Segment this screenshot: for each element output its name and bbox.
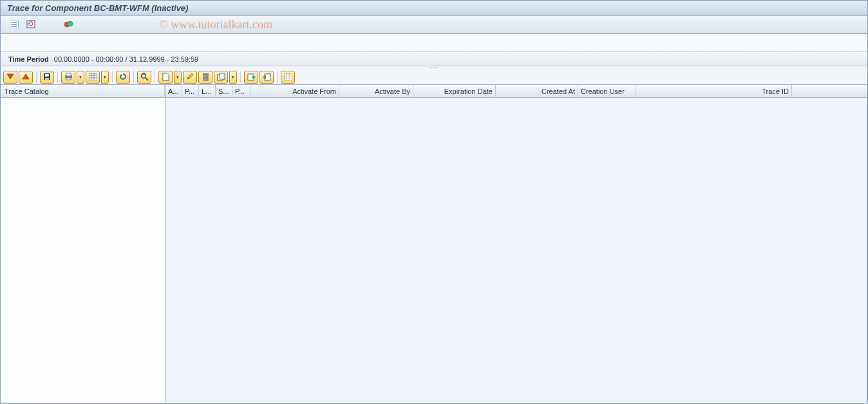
column-trace-catalog: Trace Catalog [5, 87, 49, 95]
time-period-label: Time Period [8, 55, 49, 63]
export-button[interactable] [259, 71, 274, 84]
svg-rect-15 [66, 78, 71, 80]
separator [43, 19, 44, 31]
trash-icon [202, 73, 209, 82]
column-activate-from[interactable]: Activate From [250, 85, 339, 97]
save-layout-button[interactable] [40, 71, 54, 84]
svg-rect-28 [203, 75, 208, 80]
column-p[interactable]: P... [182, 85, 199, 97]
pencil-icon [186, 73, 194, 82]
refresh-alv-button[interactable] [116, 71, 130, 84]
find-button[interactable] [137, 71, 151, 84]
create-button[interactable] [158, 71, 173, 84]
sap-window: Trace for Component BC-BMT-WFM (Inactive… [0, 0, 868, 404]
window-title: Trace for Component BC-BMT-WFM (Inactive… [7, 3, 188, 13]
column-created-at[interactable]: Created At [496, 85, 578, 97]
svg-rect-29 [203, 73, 209, 75]
tree-pane: Trace Catalog [1, 85, 165, 402]
main-grid: Trace Catalog A... P... L... S... P... A… [1, 84, 867, 402]
separator [277, 71, 278, 83]
column-creation-user[interactable]: Creation User [578, 85, 636, 97]
collapse-icon [22, 73, 30, 81]
list-pane: A... P... L... S... P... Activate From A… [165, 85, 867, 402]
change-button[interactable] [183, 71, 197, 84]
svg-marker-37 [263, 75, 266, 79]
separator [57, 71, 58, 83]
print-dropdown[interactable]: ▾ [77, 71, 84, 84]
grid-icon [89, 73, 97, 82]
application-toolbar [1, 16, 867, 34]
activate-icon [64, 20, 73, 30]
svg-rect-14 [66, 73, 71, 76]
refresh-icon [26, 20, 35, 30]
tree-body[interactable] [1, 98, 165, 402]
create-dropdown[interactable]: ▾ [174, 71, 182, 84]
chevron-down-icon: ▾ [176, 75, 179, 80]
svg-point-7 [68, 21, 73, 26]
svg-marker-9 [23, 74, 29, 79]
svg-rect-39 [284, 73, 292, 75]
column-expiration-date[interactable]: Expiration Date [413, 85, 496, 97]
spreadsheet-icon [284, 73, 292, 82]
export-icon [263, 73, 271, 82]
layout-button[interactable] [86, 71, 100, 84]
alv-toolbar: ▾ ▾ ▾ ▾ [1, 70, 867, 84]
tree-header[interactable]: Trace Catalog [1, 85, 165, 98]
titlebar: Trace for Component BC-BMT-WFM (Inactive… [1, 1, 867, 16]
separator [155, 71, 155, 83]
svg-rect-12 [45, 78, 49, 80]
svg-marker-35 [252, 75, 256, 79]
separator [36, 71, 37, 83]
print-icon [64, 73, 73, 82]
chevron-down-icon: ▾ [79, 75, 82, 80]
column-p2[interactable]: P... [232, 85, 250, 97]
copy-button[interactable] [214, 71, 228, 84]
layout-dropdown[interactable]: ▾ [101, 71, 109, 84]
column-headers: A... P... L... S... P... Activate From A… [165, 85, 867, 98]
delete-button[interactable] [198, 71, 212, 84]
column-activate-by[interactable]: Activate By [339, 85, 413, 97]
spacer-strip [1, 34, 867, 52]
svg-rect-33 [220, 73, 225, 79]
expand-all-button[interactable] [3, 71, 17, 84]
refresh-button[interactable] [24, 19, 38, 32]
svg-rect-24 [163, 73, 169, 80]
collapse-all-button[interactable] [19, 71, 33, 84]
svg-line-23 [146, 78, 148, 80]
chevron-down-icon: ▾ [104, 75, 106, 80]
column-trace-id[interactable]: Trace ID [636, 85, 792, 97]
spreadsheet-button[interactable] [281, 71, 295, 84]
column-l[interactable]: L... [199, 85, 216, 97]
svg-point-22 [141, 73, 146, 78]
list-view-button[interactable] [7, 19, 21, 32]
separator [133, 71, 134, 83]
copy-icon [217, 73, 225, 82]
separator [240, 71, 241, 83]
create-icon [162, 73, 169, 82]
list-icon [10, 21, 19, 30]
activate-button[interactable] [61, 19, 75, 32]
svg-rect-16 [89, 73, 97, 80]
column-s[interactable]: S... [216, 85, 232, 97]
time-period-bar: Time Period 00.00.0000 - 00:00:00 / 31.1… [1, 52, 867, 66]
save-icon [43, 73, 51, 82]
column-a[interactable]: A... [165, 85, 182, 97]
column-filler [792, 85, 867, 97]
refresh-icon [119, 73, 127, 82]
import-button[interactable] [244, 71, 258, 84]
separator [112, 71, 113, 83]
print-button[interactable] [61, 71, 75, 84]
import-icon [247, 73, 256, 82]
svg-marker-8 [7, 74, 14, 79]
find-icon [140, 73, 149, 82]
svg-rect-11 [45, 74, 49, 77]
copy-dropdown[interactable]: ▾ [229, 71, 237, 84]
list-body[interactable] [165, 98, 867, 402]
expand-icon [6, 73, 14, 81]
chevron-down-icon: ▾ [232, 75, 234, 80]
time-period-value: 00.00.0000 - 00:00:00 / 31.12.9999 - 23:… [54, 55, 198, 63]
